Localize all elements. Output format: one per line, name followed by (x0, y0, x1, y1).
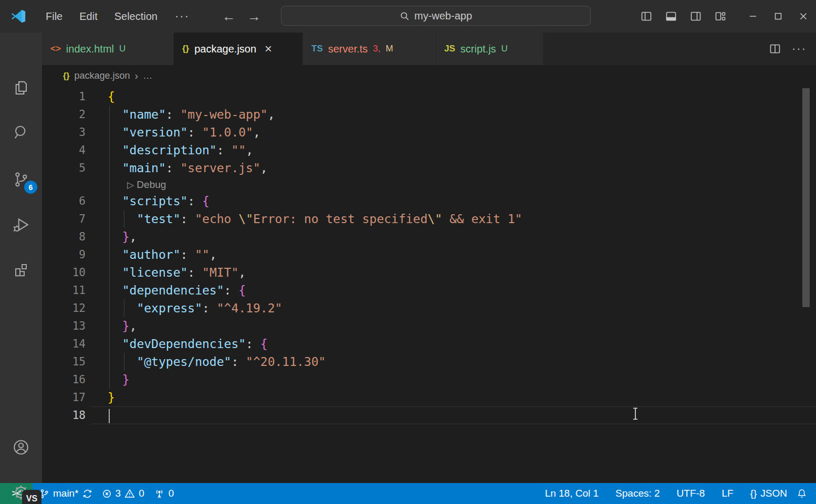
code-content[interactable]: "author": "", (86, 246, 816, 264)
code-content[interactable]: { (86, 88, 816, 106)
tab-close-icon[interactable]: × (265, 43, 272, 55)
token: && exit 1" (442, 212, 522, 226)
vs-cursor-label: VS (22, 490, 41, 504)
menu-file[interactable]: File (39, 7, 69, 26)
notifications-bell[interactable] (792, 483, 812, 504)
search-icon (400, 11, 410, 21)
line-number: 1 (42, 88, 86, 106)
token (108, 373, 122, 386)
split-editor-icon[interactable] (769, 43, 781, 55)
untracked-badge: U (501, 44, 508, 54)
forward-arrow-icon[interactable]: → (247, 9, 261, 23)
code-content[interactable] (86, 406, 816, 424)
code-content[interactable]: "scripts": { (86, 192, 816, 210)
account-icon[interactable] (0, 430, 42, 464)
tab-script-js[interactable]: JS script.js U (436, 33, 543, 65)
menu-selection[interactable]: Selection (108, 7, 164, 26)
token: "echo (195, 212, 238, 226)
braces-icon: {} (750, 488, 757, 499)
ports-item[interactable]: 0 (149, 483, 179, 504)
token: , (260, 161, 268, 175)
code-content[interactable]: "name": "my-web-app", (86, 106, 816, 123)
token (108, 266, 122, 279)
token: : (187, 266, 202, 279)
encoding[interactable]: UTF-8 (672, 483, 710, 504)
code-line-16: 16 } (42, 371, 816, 388)
code-content[interactable]: } (86, 388, 816, 406)
minimize-button[interactable] (740, 0, 766, 33)
tab-index-html[interactable]: <> index.html U (42, 33, 174, 65)
customize-layout-icon[interactable] (714, 10, 727, 23)
untracked-badge: U (119, 44, 125, 54)
token: "" (195, 248, 210, 261)
token (108, 230, 122, 244)
token (108, 161, 122, 175)
code-content[interactable]: } (86, 371, 816, 388)
explorer-icon[interactable] (0, 71, 42, 104)
eol-sequence[interactable]: LF (717, 483, 738, 504)
warning-icon (124, 488, 135, 499)
search-sidebar-icon[interactable] (0, 116, 42, 149)
tab-label: package.json (194, 43, 256, 55)
token: "dependencies" (122, 284, 224, 297)
code-content[interactable]: "devDependencies": { (86, 335, 816, 353)
code-content[interactable]: "test": "echo \"Error: no test specified… (86, 210, 816, 228)
code-line-12: 12 "express": "^4.19.2" (42, 299, 816, 317)
indentation[interactable]: Spaces: 2 (611, 483, 665, 504)
code-content[interactable]: "description": "", (86, 141, 816, 159)
token: , (246, 143, 253, 157)
close-button[interactable] (791, 0, 816, 33)
toggle-sidebar-icon[interactable] (640, 10, 653, 23)
code-content[interactable]: }, (86, 228, 816, 246)
line-number: 6 (42, 192, 86, 210)
debug-play-icon: ▷ (127, 180, 134, 190)
error-count-badge: 3, (373, 44, 380, 54)
back-arrow-icon[interactable]: ← (222, 9, 236, 23)
source-control-badge: 6 (24, 181, 37, 194)
git-branch-item[interactable]: main* (35, 483, 97, 504)
token: "^20.11.30" (246, 355, 326, 369)
run-debug-icon[interactable] (0, 208, 42, 242)
breadcrumb-file[interactable]: package.json (74, 70, 130, 81)
codelens-debug-link[interactable]: ▷ Debug (86, 177, 816, 192)
code-content[interactable]: "@types/node": "^20.11.30" (86, 353, 816, 371)
problems-item[interactable]: 3 0 (97, 483, 149, 504)
command-center[interactable]: my-web-app (281, 6, 591, 26)
indent-guide (109, 106, 110, 388)
vertical-scrollbar[interactable] (802, 88, 810, 307)
code-content[interactable]: "express": "^4.19.2" (86, 299, 816, 317)
line-number: 12 (42, 299, 86, 317)
token (108, 125, 122, 139)
token: "devDependencies" (122, 337, 246, 351)
menu-edit[interactable]: Edit (72, 7, 104, 26)
ts-file-icon: TS (311, 44, 323, 54)
editor[interactable]: 1{2 "name": "my-web-app",3 "version": "1… (42, 87, 816, 483)
indent-guide (124, 210, 124, 228)
code-content[interactable]: "version": "1.0.0", (86, 123, 816, 141)
cursor-position[interactable]: Ln 18, Col 1 (540, 483, 603, 504)
tab-server-ts[interactable]: TS server.ts 3, M (303, 33, 436, 65)
code-line-8: 8 }, (42, 228, 816, 246)
eol-text: LF (721, 488, 733, 499)
menu-more-icon[interactable]: ··· (168, 9, 197, 23)
code-content[interactable]: "license": "MIT", (86, 264, 816, 281)
token: : (187, 125, 202, 139)
toggle-panel-icon[interactable] (665, 10, 677, 23)
toggle-secondary-sidebar-icon[interactable] (689, 10, 702, 23)
code-content[interactable]: }, (86, 317, 816, 335)
token (108, 355, 137, 369)
token (108, 212, 137, 226)
code-content[interactable]: "dependencies": { (86, 281, 816, 299)
code-content[interactable]: "main": "server.js", (86, 159, 816, 177)
breadcrumb-symbol[interactable]: … (143, 70, 152, 81)
extensions-icon[interactable] (0, 253, 42, 287)
more-actions-icon[interactable]: ··· (792, 42, 807, 56)
token: { (108, 90, 115, 103)
language-mode[interactable]: {} JSON (746, 483, 792, 504)
codelens-row: ▷ Debug (42, 177, 816, 192)
tab-package-json[interactable]: {} package.json × (174, 33, 303, 65)
token (108, 284, 122, 297)
line-col-text: Ln 18, Col 1 (545, 488, 599, 499)
token: Error: no test specified (253, 212, 427, 226)
maximize-button[interactable] (766, 0, 791, 33)
